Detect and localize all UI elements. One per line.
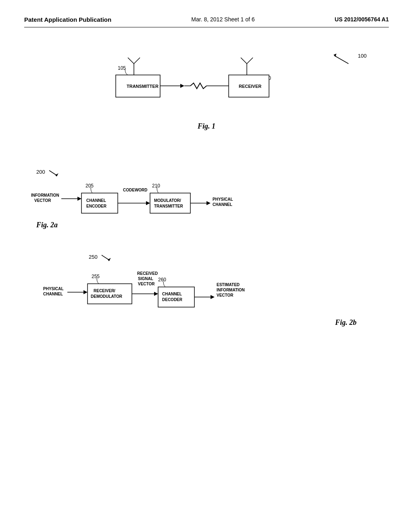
fig2b-ref250-arrow (100, 253, 112, 262)
fig1-ref105-label: 105 (118, 65, 126, 71)
fig2a-info-vec-text2: VECTOR (34, 198, 51, 203)
svg-marker-27 (206, 201, 211, 205)
fig2b-ref250: 250 (89, 253, 413, 262)
fig1-transmitter-text: TRANSMITTER (127, 84, 159, 89)
fig2a-ref210-label: 210 (152, 183, 160, 189)
fig2a-channel-enc-text1: CHANNEL (86, 198, 106, 203)
svg-rect-22 (81, 193, 118, 213)
svg-marker-24 (146, 201, 150, 205)
fig1-diagram-svg: 105 TRANSMITTER (65, 52, 348, 116)
fig2a-ref200-arrow (47, 168, 59, 177)
svg-marker-29 (108, 258, 111, 261)
fig2b-ref260-label: 260 (158, 277, 166, 283)
fig2a-channel-enc-text2: ENCODER (86, 204, 107, 208)
svg-rect-25 (150, 193, 190, 213)
fig2a-ref205-label: 205 (86, 183, 94, 189)
svg-rect-35 (158, 287, 194, 307)
svg-marker-34 (154, 292, 158, 296)
fig2a-caption: Fig. 2a (24, 221, 389, 229)
fig2b-ch-dec-text2: DECODER (162, 297, 183, 302)
patent-number-label: US 2012/0056764 A1 (335, 16, 389, 23)
svg-marker-31 (83, 290, 88, 294)
fig2a-phys-ch-text2: CHANNEL (213, 202, 232, 207)
fig2a-ref200: 200 (36, 168, 401, 177)
patent-publication-label: Patent Application Publication (24, 16, 111, 23)
svg-line-14 (247, 58, 253, 64)
fig2a-mod-text1: MODULATOR/ (154, 198, 181, 203)
fig2b-phys-ch-text2: CHANNEL (43, 292, 63, 296)
fig2b-recv-sig-text3: VECTOR (138, 282, 155, 286)
svg-marker-21 (77, 197, 81, 201)
fig1-ref100-arrow (332, 54, 357, 66)
fig2b-diagram-svg: PHYSICAL CHANNEL 255 RECEIVER/ DEMODULAT… (31, 266, 382, 314)
fig2b-ch-dec-text1: CHANNEL (162, 292, 182, 296)
figure-2b-section: 250 PHYSICAL CHANNEL 255 RECEIVER/ DEMOD… (24, 253, 389, 334)
fig2a-phys-ch-text1: PHYSICAL (213, 197, 233, 202)
fig1-ref100: 100 (358, 53, 367, 59)
fig2b-est-info-text1: ESTIMATED (217, 283, 240, 287)
svg-marker-37 (211, 295, 215, 299)
fig2a-info-vec-text1: INFORMATION (31, 193, 59, 197)
svg-line-0 (334, 56, 348, 64)
svg-line-13 (241, 58, 247, 64)
svg-marker-7 (180, 84, 184, 88)
page-header: Patent Application Publication Mar. 8, 2… (24, 16, 389, 27)
date-sheet-label: Mar. 8, 2012 Sheet 1 of 6 (191, 16, 254, 23)
svg-rect-32 (88, 284, 132, 304)
fig1-caption: Fig. 1 (24, 122, 389, 131)
fig2a-codeword-text: CODEWORD (123, 188, 148, 192)
svg-line-3 (128, 58, 134, 64)
fig2b-phys-ch-text1: PHYSICAL (43, 287, 64, 291)
fig2b-recv-text1: RECEIVER/ (94, 289, 115, 293)
fig2b-ref255-label: 255 (92, 274, 100, 279)
fig2a-mod-text2: TRANSMITTER (154, 204, 183, 208)
svg-line-4 (134, 58, 140, 64)
fig2b-recv-text2: DEMODULATOR (91, 294, 123, 299)
fig2a-diagram-svg: INFORMATION VECTOR 205 CHANNEL ENCODER C… (31, 179, 382, 219)
page: Patent Application Publication Mar. 8, 2… (0, 0, 413, 532)
fig2b-caption: Fig. 2b (24, 318, 389, 327)
fig2b-est-info-text3: VECTOR (217, 293, 234, 297)
svg-marker-19 (55, 173, 58, 177)
fig2b-est-info-text2: INFORMATION (217, 288, 245, 292)
figure-1-section: 100 105 TRANSMITTER (24, 52, 389, 148)
fig2b-recv-sig-text1: RECEIVED (137, 271, 158, 276)
figure-2a-section: 200 INFORMATION VECTOR 205 CHANNEL ENCOD… (24, 168, 389, 233)
fig2b-recv-sig-text2: SIGNAL (138, 276, 153, 281)
fig1-receiver-text: RECEIVER (239, 84, 261, 89)
